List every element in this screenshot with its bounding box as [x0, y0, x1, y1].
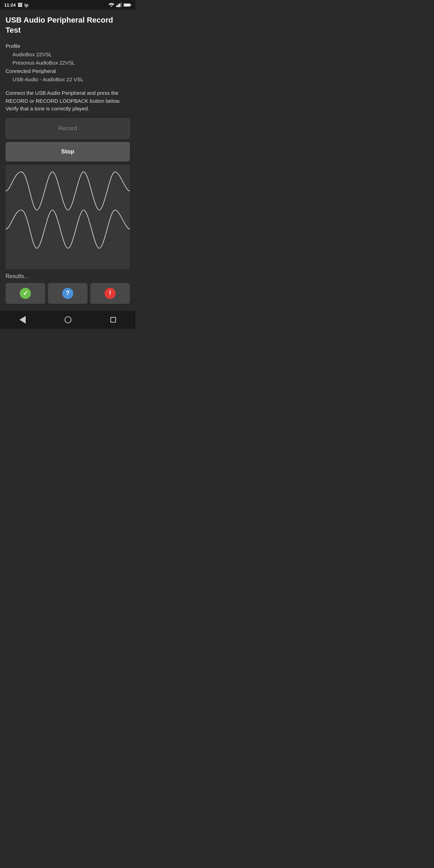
svg-rect-7	[6, 165, 130, 269]
home-icon	[65, 316, 72, 323]
battery-icon	[124, 3, 131, 7]
svg-rect-2	[119, 3, 120, 7]
result-unknown-button[interactable]: ?	[48, 283, 87, 304]
record-button[interactable]: Record	[6, 118, 130, 139]
instructions-text: Connect the USB Audio Peripheral and pre…	[6, 89, 130, 113]
home-button[interactable]	[62, 314, 74, 326]
svg-rect-3	[120, 3, 122, 7]
check-icon: ✓	[20, 288, 31, 299]
result-pass-button[interactable]: ✓	[6, 283, 45, 304]
photo-icon: 🖼	[18, 2, 22, 8]
bottom-navigation	[0, 311, 135, 329]
profile-line2: Presonus AudioBox 22VSL	[6, 59, 130, 67]
svg-rect-0	[116, 6, 117, 7]
profile-section: Profile AudioBox 22VSL Presonus AudioBox…	[6, 42, 130, 84]
status-bar: 11:24 🖼 ip	[0, 0, 135, 10]
peripheral-label: Connected Peripheral	[6, 67, 130, 75]
wifi-icon	[108, 2, 115, 7]
recent-icon	[110, 317, 116, 323]
peripheral-line1: USB-Audio - AudioBox 22 VSL	[6, 75, 130, 84]
page-title: USB Audio Peripheral Record Test	[6, 15, 130, 35]
profile-line1: AudioBox 22VSL	[6, 50, 130, 59]
recent-button[interactable]	[108, 314, 119, 325]
stop-button[interactable]: Stop	[6, 142, 130, 161]
result-fail-button[interactable]: !	[90, 283, 130, 304]
svg-rect-6	[124, 4, 130, 6]
status-left: 11:24 🖼 ip	[4, 2, 28, 8]
question-icon: ?	[62, 288, 73, 299]
back-button[interactable]	[17, 313, 28, 326]
status-time: 11:24	[4, 2, 16, 8]
svg-rect-1	[118, 4, 119, 7]
svg-rect-5	[131, 4, 131, 5]
results-label: Results...	[6, 273, 130, 279]
results-section: Results... ✓ ? !	[6, 273, 130, 304]
exclaim-icon: !	[105, 288, 116, 299]
signal-icon	[116, 2, 122, 7]
main-content: USB Audio Peripheral Record Test Profile…	[0, 10, 135, 304]
ip-label: ip	[24, 2, 28, 8]
status-right	[108, 2, 131, 7]
profile-label: Profile	[6, 42, 130, 50]
back-icon	[19, 316, 26, 324]
waveform-container	[6, 165, 130, 269]
waveform-display	[6, 165, 130, 269]
results-buttons: ✓ ? !	[6, 283, 130, 304]
